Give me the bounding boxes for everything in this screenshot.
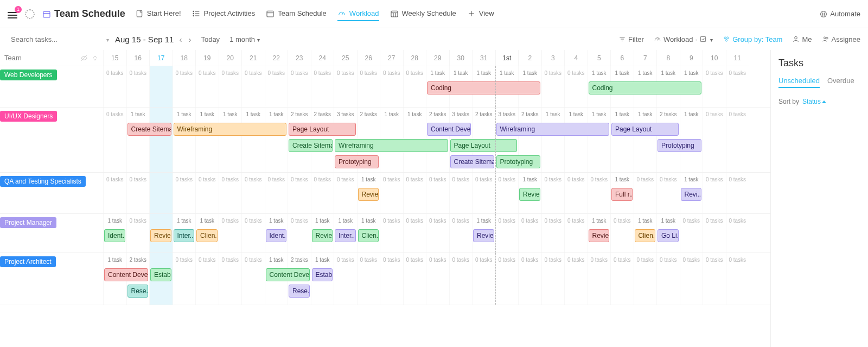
task-bar[interactable]: Content Devel... [266, 268, 310, 281]
day-header[interactable]: 18 [173, 50, 196, 66]
task-bar[interactable]: Page Layout [611, 123, 679, 136]
team-chip[interactable]: Web Developers [0, 70, 57, 80]
period-select[interactable]: 1 month [229, 35, 260, 43]
count-cell: 0 tasks [380, 66, 403, 79]
day-header[interactable]: 1st [495, 50, 519, 66]
day-header[interactable]: 27 [380, 50, 403, 66]
task-bar[interactable]: Page Layout [450, 139, 518, 152]
task-bar[interactable]: Revie... [519, 188, 540, 201]
day-header[interactable]: 6 [610, 50, 634, 66]
task-bar[interactable]: Wireframing [335, 139, 448, 152]
task-bar[interactable]: Coding [427, 81, 540, 94]
day-header[interactable]: 24 [311, 50, 334, 66]
task-bar[interactable]: Revie... [589, 229, 610, 242]
day-header[interactable]: 8 [656, 50, 680, 66]
filter-button[interactable]: Filter [618, 35, 644, 43]
task-bar[interactable]: Inter... [335, 229, 356, 242]
team-chip[interactable]: Project Manager [0, 217, 56, 228]
task-bar[interactable]: Revie... [312, 229, 333, 242]
workload-button[interactable]: Workload · [654, 35, 713, 43]
day-header[interactable]: 2 [518, 50, 541, 66]
day-header[interactable]: 5 [588, 50, 611, 66]
tab-weekly-schedule[interactable]: Weekly Schedule [390, 7, 456, 21]
panel-tab-unscheduled[interactable]: Unscheduled [778, 77, 820, 88]
task-bar[interactable]: Clien... [358, 229, 379, 242]
search-box[interactable] [8, 35, 105, 43]
tasks-panel-title: Tasks [778, 58, 860, 69]
day-header[interactable]: 22 [265, 50, 288, 66]
prev-button[interactable]: ‹ [179, 35, 182, 44]
day-header[interactable]: 23 [288, 50, 311, 66]
day-header[interactable]: 30 [449, 50, 473, 66]
task-bar[interactable]: Go Li... [658, 229, 679, 242]
sort-row[interactable]: Sort by Status [778, 98, 860, 105]
day-header[interactable]: 17 [149, 50, 173, 66]
day-header[interactable]: 25 [334, 50, 357, 66]
group-by-button[interactable]: Group by: Team [723, 35, 782, 43]
task-bar[interactable]: Create Sitemap [450, 155, 494, 168]
automate-button[interactable]: Automate [819, 10, 860, 18]
day-header[interactable]: 10 [703, 50, 726, 66]
day-header[interactable]: 28 [403, 50, 426, 66]
day-header[interactable]: 7 [634, 50, 657, 66]
collapse-icon[interactable] [91, 54, 99, 62]
task-bar[interactable]: Prototyping [658, 139, 701, 152]
task-bar[interactable]: Prototyping [496, 155, 540, 168]
today-button[interactable]: Today [201, 35, 220, 43]
task-bar[interactable]: Prototyping [335, 155, 379, 168]
task-bar[interactable]: Rese... [127, 285, 149, 298]
day-header[interactable]: 26 [357, 50, 380, 66]
eye-off-icon[interactable] [80, 54, 88, 62]
task-bar[interactable]: Clien... [196, 229, 218, 242]
task-bar[interactable]: Create Sitemap [127, 123, 171, 136]
task-bar[interactable]: Revi... [681, 188, 702, 201]
team-chip[interactable]: QA and Testing Specialists [0, 176, 86, 187]
tab-start-here-[interactable]: Start Here! [135, 7, 181, 21]
task-bar[interactable]: Revie... [150, 229, 171, 242]
team-chip[interactable]: UI/UX Designers [0, 111, 57, 122]
day-header[interactable]: 11 [726, 50, 749, 66]
task-bar[interactable]: Revie... [358, 188, 379, 201]
task-bar[interactable]: Inter... [174, 229, 195, 242]
day-header[interactable]: 9 [680, 50, 703, 66]
task-bar[interactable]: Create Sitemap [289, 139, 333, 152]
day-header[interactable]: 29 [426, 50, 449, 66]
sort-key[interactable]: Status [802, 98, 826, 105]
task-bar[interactable]: Content Devel... [427, 123, 471, 136]
menu-icon[interactable] [8, 10, 17, 18]
task-bar[interactable]: Ident... [104, 229, 125, 242]
day-header[interactable]: 21 [241, 50, 265, 66]
search-chevron-icon[interactable] [105, 35, 109, 43]
day-header[interactable]: 20 [219, 50, 242, 66]
tab-project-activities[interactable]: Project Activities [192, 7, 256, 21]
team-chip[interactable]: Project Architect [0, 256, 56, 267]
day-header[interactable]: 31 [472, 50, 495, 66]
tab-team-schedule[interactable]: Team Schedule [266, 7, 327, 21]
task-bar[interactable]: Page Layout [289, 123, 356, 136]
workload-grid[interactable]: Team 15161718192021222324252627282930311… [0, 50, 770, 347]
me-button[interactable]: Me [792, 35, 812, 43]
day-header[interactable]: 15 [103, 50, 126, 66]
next-button[interactable]: › [188, 35, 191, 44]
tab-view[interactable]: View [467, 7, 494, 21]
task-bar[interactable]: Estab... [150, 268, 171, 281]
tab-workload[interactable]: Workload [337, 7, 379, 21]
task-bar[interactable]: Revie... [473, 229, 494, 242]
day-header[interactable]: 16 [126, 50, 150, 66]
task-bar[interactable]: Estab... [312, 268, 333, 281]
assignee-button[interactable]: Assignee [822, 35, 860, 43]
day-header[interactable]: 3 [541, 50, 565, 66]
search-input[interactable] [11, 35, 102, 43]
count-cell: 1 task [173, 108, 196, 121]
task-bar[interactable]: Rese... [289, 285, 310, 298]
day-header[interactable]: 19 [195, 50, 219, 66]
day-header[interactable]: 4 [564, 50, 588, 66]
task-bar[interactable]: Full r... [611, 188, 633, 201]
task-bar[interactable]: Ident... [266, 229, 287, 242]
task-bar[interactable]: Wireframing [496, 123, 610, 136]
task-bar[interactable]: Coding [589, 81, 702, 94]
task-bar[interactable]: Clien... [635, 229, 656, 242]
task-bar[interactable]: Content Devel... [104, 268, 148, 281]
task-bar[interactable]: Wireframing [174, 123, 287, 136]
panel-tab-overdue[interactable]: Overdue [827, 77, 854, 88]
